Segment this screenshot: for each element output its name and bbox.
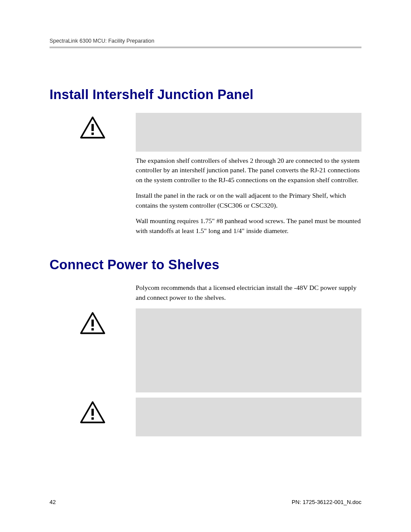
callout-box-3: [136, 398, 361, 436]
body-paragraph: Install the panel in the rack or on the …: [136, 191, 361, 210]
document-id: PN: 1725-36122-001_N.doc: [292, 499, 361, 505]
callout-box-2: [136, 308, 361, 392]
section-heading-connect: Connect Power to Shelves: [50, 257, 361, 273]
svg-rect-1: [91, 133, 93, 135]
warning-callout-1: [50, 113, 361, 152]
warning-callout-3: [50, 398, 361, 436]
svg-rect-5: [91, 417, 93, 420]
warning-icon: [80, 312, 105, 336]
running-header: SpectraLink 6300 MCU: Facility Preparati…: [50, 38, 361, 44]
body-paragraph: Polycom recommends that a licensed elect…: [136, 283, 361, 302]
section-heading-install: Install Intershelf Junction Panel: [50, 87, 361, 103]
callout-box-1: [136, 113, 361, 152]
header-divider: [50, 47, 361, 48]
warning-icon: [80, 401, 105, 425]
warning-callout-2: [50, 308, 361, 392]
svg-rect-2: [91, 320, 93, 327]
body-paragraph: Wall mounting requires 1.75" #8 panhead …: [136, 216, 361, 236]
svg-rect-3: [91, 328, 93, 330]
body-paragraph: The expansion shelf controllers of shelv…: [136, 156, 361, 185]
page-number: 42: [50, 499, 56, 505]
svg-rect-0: [91, 124, 93, 131]
svg-rect-4: [91, 409, 93, 416]
page-footer: 42 PN: 1725-36122-001_N.doc: [50, 499, 361, 505]
warning-icon: [80, 116, 105, 140]
